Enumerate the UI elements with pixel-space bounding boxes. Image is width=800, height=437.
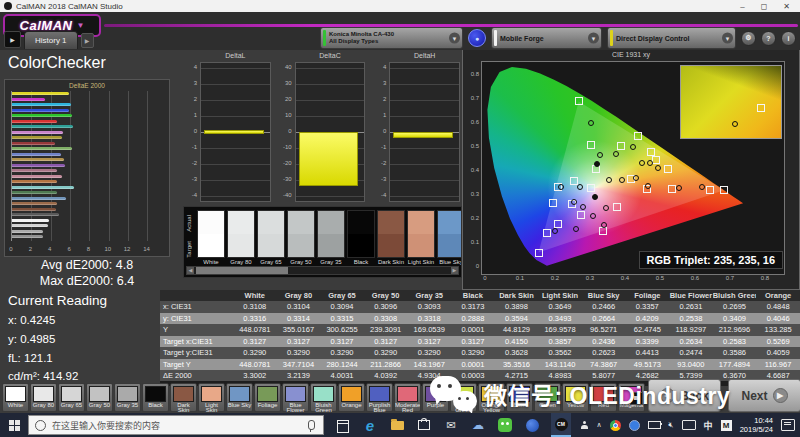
table-cell: 3.3002 [233, 371, 277, 380]
swatch-blue-sky[interactable]: Blue Sky [437, 210, 462, 267]
edge-browser-icon[interactable]: e [362, 417, 378, 434]
patch-button-dark-skin[interactable]: Dark Skin [170, 383, 197, 412]
measurement-marker [633, 175, 639, 181]
swatch-black[interactable]: Black [347, 210, 375, 267]
table-cell: 0.2631 [669, 302, 713, 311]
patch-button-gray-35[interactable]: Gray 35 [114, 383, 141, 412]
mail-icon[interactable]: ✉ [443, 417, 459, 434]
patch-button-moderate-red[interactable]: Moderate Red [394, 383, 421, 412]
microphone-icon[interactable] [308, 420, 315, 430]
axis-tick-label: 0 [373, 128, 386, 134]
patch-button-blue-flower[interactable]: Blue Flower [282, 383, 309, 412]
meter-connect-icon[interactable]: ● [468, 29, 486, 47]
wechat-taskbar-icon[interactable] [497, 417, 513, 434]
patch-button-purplish-blue[interactable]: Purplish Blue [366, 383, 393, 412]
rgb-triplet-readout: RGB Triplet: 235, 235, 16 [639, 251, 783, 269]
patch-button-gray-65[interactable]: Gray 65 [58, 383, 85, 412]
people-icon[interactable] [581, 421, 588, 429]
delta-charts: DeltaL 43210-1-2-3-4 DeltaC 403020100-10… [184, 52, 462, 204]
patch-button-blue-sky[interactable]: Blue Sky [226, 383, 253, 412]
patch-button-bluish-green[interactable]: Bluish Green [310, 383, 337, 412]
volume-muted-icon[interactable]: 🔇︎ [669, 420, 674, 430]
chevron-down-icon: ▼ [722, 33, 733, 44]
patch-button-gray-80[interactable]: Gray 80 [30, 383, 57, 412]
ime-mode-icon[interactable]: M [721, 420, 732, 431]
cie-chart-title: CIE 1931 xy [463, 51, 799, 58]
axis-tick-label: 40 [279, 64, 292, 70]
meter-dropdown[interactable]: Konica Minolta CA-430 All Display Types … [320, 27, 463, 49]
swatch-scrollbar[interactable]: ◀ ▶ [186, 266, 459, 275]
help-button[interactable]: ? [761, 31, 776, 46]
ime-language-indicator[interactable]: 中 [704, 419, 713, 432]
next-button[interactable]: Next ▶ [728, 379, 800, 412]
taskbar-search-box[interactable]: 在这里输入你要搜索的内容 [28, 415, 324, 435]
swatch-gray-50[interactable]: Gray 50 [287, 210, 315, 267]
patch-button-foliage[interactable]: Foliage [254, 383, 281, 412]
browser-icon[interactable] [524, 417, 540, 434]
target-marker [652, 156, 660, 164]
scroll-left-arrow[interactable]: ◀ [187, 267, 194, 274]
settings-gear-button[interactable]: ⚙ [741, 31, 756, 46]
table-cell: 3.2139 [277, 371, 321, 380]
de2000-bar [12, 92, 69, 95]
clock[interactable]: 10:44 2019/5/24 [740, 416, 773, 435]
swatch-gray-80[interactable]: Gray 80 [227, 210, 255, 267]
action-center-icon[interactable] [781, 419, 795, 431]
chrome-tray-icon[interactable] [610, 420, 621, 431]
close-button[interactable]: ✕ [783, 2, 790, 11]
table-cell: 239.3091 [364, 325, 408, 334]
source-dropdown[interactable]: Mobile Forge ▼ [491, 27, 602, 49]
deltae-bar-chart: DeltaE 2000 02468101214 [4, 79, 170, 257]
table-row: Target y:CIE310.32900.32900.32900.32900.… [160, 347, 800, 359]
table-cell: 0.3290 [407, 348, 451, 357]
swatch-gray-65[interactable]: Gray 65 [257, 210, 285, 267]
store-icon[interactable] [416, 417, 432, 434]
file-explorer-icon[interactable] [389, 417, 405, 434]
patch-button-orange[interactable]: Orange [338, 383, 365, 412]
column-header: Gray 80 [277, 291, 321, 300]
scrollbar-thumb[interactable] [196, 267, 288, 274]
battery-icon[interactable] [648, 421, 661, 429]
measurement-table: WhiteGray 80Gray 65Gray 50Gray 35BlackDa… [160, 290, 800, 382]
measurement-marker [590, 213, 596, 219]
de2000-bar [12, 208, 56, 211]
measurement-marker [613, 151, 619, 157]
patch-button-gray-50[interactable]: Gray 50 [86, 383, 113, 412]
patch-button-light-skin[interactable]: Light Skin [198, 383, 225, 412]
scroll-right-arrow[interactable]: ▶ [451, 267, 458, 274]
task-view-button[interactable] [335, 417, 351, 434]
swatch-white[interactable]: White [197, 210, 225, 267]
gridline [390, 180, 459, 181]
de2000-bar [12, 147, 72, 150]
calman-taskbar-icon[interactable]: CM [551, 413, 571, 437]
add-tab-button[interactable]: ▶ [81, 33, 94, 48]
patch-button-black[interactable]: Black [142, 383, 169, 412]
tab-history-1[interactable]: History 1 [24, 31, 78, 49]
workflow-dropdown[interactable]: Direct Display Control ▼ [607, 27, 736, 49]
swatch-light-skin[interactable]: Light Skin [407, 210, 435, 267]
network-globe-icon[interactable] [629, 420, 640, 431]
swatch-gray-35[interactable]: Gray 35 [317, 210, 345, 267]
table-cell: 96.5271 [582, 325, 626, 334]
patch-button-white[interactable]: White [2, 383, 29, 412]
measurement-marker [647, 160, 653, 166]
gridline [201, 100, 270, 101]
minimize-button[interactable]: – [740, 2, 744, 11]
start-button[interactable] [0, 413, 28, 437]
tab-menu-button[interactable]: ▶ [4, 31, 21, 48]
table-cell: 0.3093 [407, 302, 451, 311]
touch-keyboard-icon[interactable] [682, 420, 696, 430]
table-cell: 0.3409 [713, 314, 757, 323]
table-cell: 0.2695 [713, 302, 757, 311]
de2000-bar [12, 202, 57, 205]
tray-expand-icon[interactable]: ∧ [596, 421, 601, 429]
onedrive-icon[interactable]: ☁ [470, 417, 486, 434]
swatch-dark-skin[interactable]: Dark Skin [377, 210, 405, 267]
table-cell: 0.4150 [495, 337, 539, 346]
maximize-button[interactable]: ◻ [761, 2, 768, 11]
row-label: Target y:CIE31 [160, 348, 233, 357]
de2000-bar [12, 180, 57, 183]
gridline [390, 196, 459, 197]
info-button[interactable]: i [781, 31, 796, 46]
axis-tick-label: -20 [279, 160, 292, 166]
